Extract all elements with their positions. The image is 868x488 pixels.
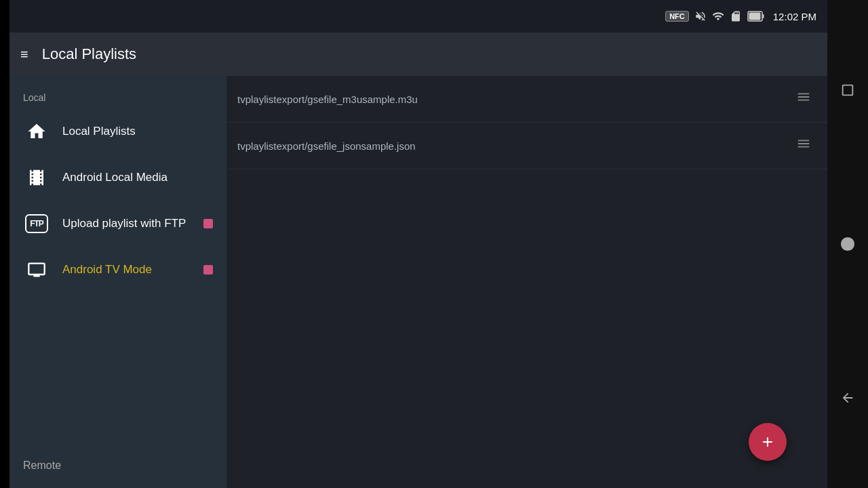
playlist-path-2: tvplaylistexport/gsefile_jsonsample.json xyxy=(237,140,791,152)
home-icon xyxy=(23,118,50,145)
battery-icon xyxy=(747,11,765,22)
drawer-item-android-tv[interactable]: Android TV Mode xyxy=(9,247,226,293)
side-drawer: Local Local Playlists Android Local Medi… xyxy=(9,76,226,488)
add-icon: + xyxy=(762,432,773,451)
app-bar: ≡ Local Playlists xyxy=(9,33,827,76)
drawer-local-label: Local xyxy=(9,87,226,108)
drawer-label-upload-ftp: Upload playlist with FTP xyxy=(62,217,191,230)
drawer-item-local-playlists[interactable]: Local Playlists xyxy=(9,108,226,155)
status-time: 12:02 PM xyxy=(773,11,816,22)
drawer-remote-label: Remote xyxy=(9,449,226,477)
tv-badge xyxy=(203,265,213,274)
film-icon xyxy=(23,164,50,191)
add-playlist-button[interactable]: + xyxy=(749,423,787,461)
nfc-icon: NFC xyxy=(665,11,689,22)
drawer-item-android-local-media[interactable]: Android Local Media xyxy=(9,155,226,201)
drawer-item-upload-ftp[interactable]: FTP Upload playlist with FTP xyxy=(9,201,226,247)
playlist-menu-1[interactable] xyxy=(791,89,816,108)
drawer-label-local-playlists: Local Playlists xyxy=(62,125,213,138)
drawer-label-android-local-media: Android Local Media xyxy=(62,171,213,184)
playlist-path-1: tvplaylistexport/gsefile_m3usample.m3u xyxy=(237,94,791,105)
main-playlist-area: tvplaylistexport/gsefile_m3usample.m3u t… xyxy=(226,76,827,488)
app-bar-title: Local Playlists xyxy=(42,45,136,63)
drawer-label-android-tv: Android TV Mode xyxy=(62,263,191,277)
back-button[interactable] xyxy=(835,386,860,410)
home-button[interactable] xyxy=(835,232,860,256)
system-nav-bar xyxy=(827,0,868,488)
ftp-badge xyxy=(203,219,213,228)
status-bar: NFC 12:02 PM xyxy=(9,0,827,33)
playlist-menu-2[interactable] xyxy=(791,136,816,155)
playlist-item[interactable]: tvplaylistexport/gsefile_m3usample.m3u xyxy=(226,76,827,123)
playlist-item[interactable]: tvplaylistexport/gsefile_jsonsample.json xyxy=(226,123,827,169)
svg-rect-1 xyxy=(762,14,764,18)
wifi-icon xyxy=(712,10,724,22)
svg-rect-2 xyxy=(749,13,760,20)
tv-icon xyxy=(23,256,50,283)
recent-apps-button[interactable] xyxy=(835,78,860,102)
svg-point-3 xyxy=(842,238,854,250)
content-area: Local Local Playlists Android Local Medi… xyxy=(9,76,827,488)
hamburger-button[interactable]: ≡ xyxy=(20,47,28,61)
mute-icon xyxy=(694,10,707,22)
ftp-icon: FTP xyxy=(23,210,50,237)
sd-icon xyxy=(730,10,742,22)
